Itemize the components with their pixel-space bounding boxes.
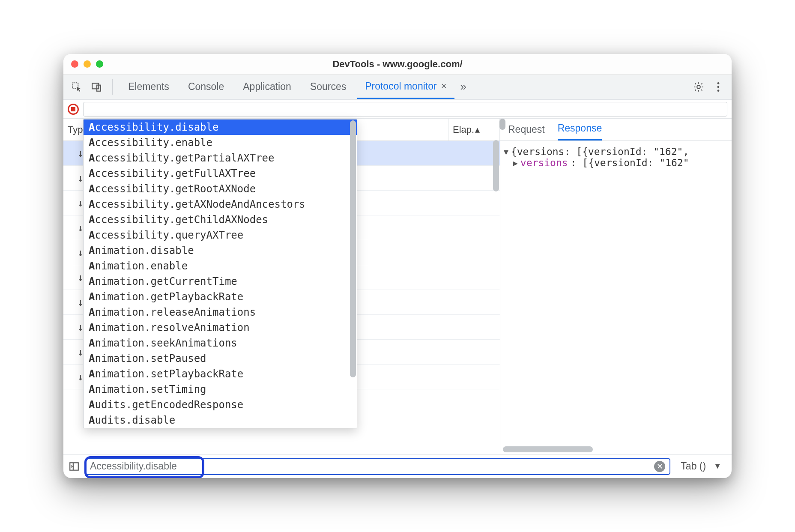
hint-parens: () bbox=[699, 460, 706, 472]
window-traffic-lights bbox=[71, 60, 103, 68]
column-elapsed-label: Elap. bbox=[453, 124, 474, 135]
autocomplete-item[interactable]: Accessibility.queryAXTree bbox=[84, 227, 357, 243]
autocomplete-item[interactable]: Audits.disable bbox=[84, 412, 357, 428]
tree-key: versions bbox=[520, 157, 568, 168]
filter-bar bbox=[63, 100, 732, 119]
window-titlebar: DevTools - www.google.com/ bbox=[63, 54, 732, 75]
tab-application[interactable]: Application bbox=[235, 75, 299, 99]
tab-label: Sources bbox=[310, 81, 346, 93]
devtools-window: DevTools - www.google.com/ Elements Cons… bbox=[63, 54, 732, 478]
window-title: DevTools - www.google.com/ bbox=[63, 59, 732, 70]
tab-label: Console bbox=[188, 81, 224, 93]
tab-protocol-monitor[interactable]: Protocol monitor × bbox=[357, 75, 454, 99]
record-button[interactable] bbox=[68, 104, 79, 115]
svg-point-5 bbox=[717, 86, 720, 88]
svg-rect-7 bbox=[70, 463, 78, 470]
sort-asc-icon: ▴ bbox=[475, 124, 480, 135]
device-toolbar-icon[interactable] bbox=[88, 79, 105, 95]
chevron-down-icon[interactable]: ▼ bbox=[714, 462, 721, 471]
autocomplete-item[interactable]: Animation.seekAnimations bbox=[84, 335, 357, 351]
command-input[interactable]: Accessibility.disable ✕ bbox=[85, 458, 670, 475]
settings-gear-icon[interactable] bbox=[690, 79, 707, 95]
svg-point-6 bbox=[717, 90, 720, 92]
svg-point-3 bbox=[697, 85, 700, 89]
devtools-toolbar: Elements Console Application Sources Pro… bbox=[63, 75, 732, 99]
log-scrollbar-thumb[interactable] bbox=[493, 140, 499, 191]
tab-label: Protocol monitor bbox=[365, 81, 436, 92]
column-elapsed[interactable]: Elap. ▴ bbox=[448, 119, 500, 140]
tab-label: Application bbox=[243, 81, 291, 93]
autocomplete-item[interactable]: Accessibility.getAXNodeAndAncestors bbox=[84, 197, 357, 212]
autocomplete-item[interactable]: Animation.resolveAnimation bbox=[84, 320, 357, 335]
autocomplete-item[interactable]: Accessibility.getFullAXTree bbox=[84, 166, 357, 181]
tree-row-root[interactable]: ▼ {versions: [{versionId: "162", bbox=[504, 146, 728, 157]
detail-pane: Request Response ▼ {versions: [{versionI… bbox=[500, 119, 732, 454]
command-hint[interactable]: Tab () ▼ bbox=[675, 460, 727, 472]
toggle-drawer-icon[interactable] bbox=[68, 460, 81, 473]
close-tab-icon[interactable]: × bbox=[441, 81, 447, 92]
clear-input-icon[interactable]: ✕ bbox=[654, 461, 665, 472]
caret-down-icon[interactable]: ▼ bbox=[504, 147, 508, 156]
tab-console[interactable]: Console bbox=[180, 75, 232, 99]
svg-rect-1 bbox=[92, 83, 99, 89]
caret-right-icon[interactable]: ▶ bbox=[513, 158, 518, 167]
detail-tab-response[interactable]: Response bbox=[558, 123, 602, 140]
zoom-window-button[interactable] bbox=[96, 60, 103, 68]
toolbar-divider bbox=[112, 79, 113, 95]
tree-row-child[interactable]: ▶ versions : [{versionId: "162" bbox=[504, 157, 728, 168]
more-tabs-icon[interactable]: » bbox=[460, 80, 466, 93]
tab-label: Elements bbox=[128, 81, 169, 93]
autocomplete-item[interactable]: Animation.disable bbox=[84, 243, 357, 258]
autocomplete-item[interactable]: Audits.getEncodedResponse bbox=[84, 397, 357, 412]
autocomplete-item[interactable]: Accessibility.getRootAXNode bbox=[84, 181, 357, 197]
tab-elements[interactable]: Elements bbox=[120, 75, 177, 99]
close-window-button[interactable] bbox=[71, 60, 78, 68]
autocomplete-item[interactable]: Animation.getPlaybackRate bbox=[84, 289, 357, 305]
kebab-menu-icon[interactable] bbox=[710, 79, 726, 95]
autocomplete-item[interactable]: Animation.setPlaybackRate bbox=[84, 366, 357, 382]
detail-tabs: Request Response bbox=[500, 119, 732, 141]
detail-horizontal-scrollbar[interactable] bbox=[503, 446, 727, 452]
autocomplete-item[interactable]: Accessibility.getChildAXNodes bbox=[84, 212, 357, 227]
inspect-element-icon[interactable] bbox=[69, 79, 85, 95]
autocomplete-item[interactable]: Animation.setPaused bbox=[84, 351, 357, 366]
autocomplete-item[interactable]: Accessibility.enable bbox=[84, 135, 357, 150]
autocomplete-item[interactable]: Accessibility.getPartialAXTree bbox=[84, 150, 357, 166]
command-input-text: Accessibility.disable bbox=[90, 460, 177, 472]
autocomplete-item[interactable]: Accessibility.disable bbox=[84, 120, 357, 135]
tab-sources[interactable]: Sources bbox=[302, 75, 354, 99]
detail-tab-request[interactable]: Request bbox=[508, 124, 545, 140]
autocomplete-item[interactable]: Animation.releaseAnimations bbox=[84, 305, 357, 320]
resizer-thumb[interactable] bbox=[499, 119, 505, 130]
command-autocomplete-dropdown: Accessibility.disableAccessibility.enabl… bbox=[83, 119, 357, 428]
main-content: Type se Elap. ▴ ↓ions":[…↓estId":…↓estId… bbox=[63, 99, 732, 454]
dropdown-scrollbar-thumb[interactable] bbox=[350, 120, 356, 377]
hint-label: Tab bbox=[681, 460, 696, 472]
tree-value: : [{versionId: "162" bbox=[571, 157, 689, 168]
detail-body: ▼ {versions: [{versionId: "162", ▶ versi… bbox=[500, 141, 732, 454]
tree-root-text: {versions: [{versionId: "162", bbox=[511, 146, 689, 157]
autocomplete-item[interactable]: Animation.enable bbox=[84, 258, 357, 274]
autocomplete-item[interactable]: Animation.setTiming bbox=[84, 382, 357, 397]
autocomplete-item[interactable]: Animation.getCurrentTime bbox=[84, 274, 357, 289]
minimize-window-button[interactable] bbox=[84, 60, 91, 68]
command-bar: Accessibility.disable ✕ Tab () ▼ bbox=[63, 454, 732, 478]
filter-input[interactable] bbox=[83, 102, 727, 117]
svg-point-4 bbox=[717, 82, 720, 84]
